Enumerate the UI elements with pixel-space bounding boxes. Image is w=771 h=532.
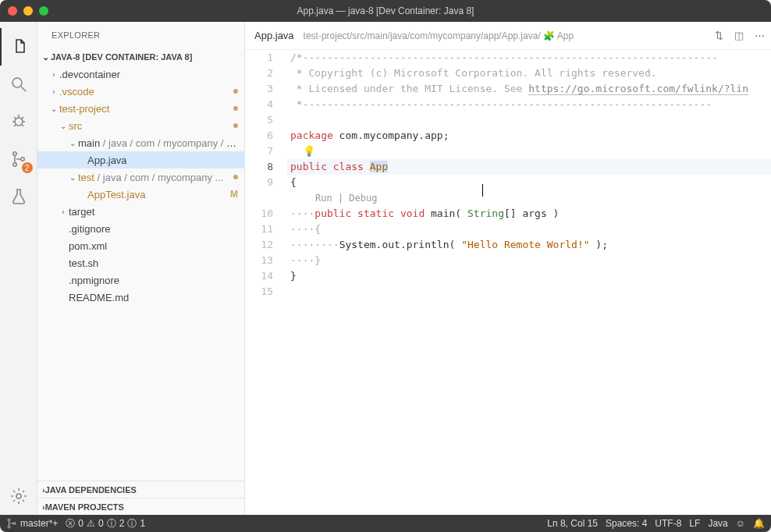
gear-icon <box>9 487 28 505</box>
lightbulb-icon[interactable]: 💡 <box>303 145 315 157</box>
svg-point-9 <box>13 523 16 525</box>
scm-badge: 2 <box>22 162 33 173</box>
modified-dot <box>233 123 238 128</box>
codelens-run-debug[interactable]: Run | Debug <box>287 190 771 206</box>
svg-point-3 <box>12 152 16 155</box>
code-content[interactable]: /*--------------------------------------… <box>287 50 771 515</box>
tree-folder[interactable]: ›.vscode <box>37 83 244 100</box>
scm-tab[interactable]: 2 <box>0 140 37 178</box>
tree-folder[interactable]: ⌄test-project <box>37 100 244 117</box>
beaker-icon <box>9 187 28 206</box>
maven-projects-panel[interactable]: ›MAVEN PROJECTS <box>37 498 244 515</box>
tree-file[interactable]: .gitignore <box>37 220 244 237</box>
problems-status[interactable]: ⓧ0 ⚠0 ⓘ2 ⓘ1 <box>66 517 145 530</box>
workspace-header[interactable]: ⌄ JAVA-8 [DEV CONTAINER: JAVA 8] <box>37 48 244 66</box>
svg-point-0 <box>12 78 22 87</box>
editor-area: App.java test-project/src/main/java/com/… <box>245 22 771 515</box>
cursor-position[interactable]: Ln 8, Col 15 <box>547 518 598 529</box>
svg-point-7 <box>8 519 10 521</box>
test-tab[interactable] <box>0 178 37 215</box>
hint-icon: ⓘ <box>127 517 137 530</box>
workspace-name: JAVA-8 [DEV CONTAINER: JAVA 8] <box>51 52 192 62</box>
editor-tabbar: App.java test-project/src/main/java/com/… <box>245 22 771 50</box>
sidebar-title: EXPLORER <box>37 22 244 48</box>
modified-dot <box>233 89 238 94</box>
close-window-button[interactable] <box>8 6 17 16</box>
branch-icon <box>6 518 17 529</box>
breadcrumb[interactable]: test-project/src/main/java/com/mycompany… <box>304 30 709 41</box>
minimize-window-button[interactable] <box>23 6 33 16</box>
more-actions-icon[interactable]: ⋯ <box>755 30 765 41</box>
explorer-sidebar: EXPLORER ⌄ JAVA-8 [DEV CONTAINER: JAVA 8… <box>37 22 245 515</box>
tree-folder[interactable]: ⌄main / java / com / mycompany / app <box>37 134 244 151</box>
maximize-window-button[interactable] <box>39 6 48 16</box>
modified-dot <box>233 106 238 111</box>
line-gutter: 1 2 3 4 5 6 7 8 9 10 11 12 13 14 15 <box>245 50 287 515</box>
settings-tab[interactable] <box>0 477 37 515</box>
editor-tab-app-java[interactable]: App.java <box>251 30 297 41</box>
file-tree: ›.devcontainer ›.vscode ⌄test-project ⌄s… <box>37 66 244 481</box>
tab-label: App.java <box>254 30 294 41</box>
svg-point-4 <box>12 163 16 166</box>
svg-point-5 <box>20 158 23 161</box>
eol-status[interactable]: LF <box>689 518 700 529</box>
modified-badge: M <box>230 189 238 200</box>
activity-bar: 2 <box>0 22 37 515</box>
svg-line-1 <box>21 87 26 91</box>
files-icon <box>10 37 29 56</box>
language-status[interactable]: Java <box>708 518 727 529</box>
notifications-icon[interactable]: 🔔 <box>753 518 765 529</box>
error-icon: ⓧ <box>66 517 75 530</box>
code-editor[interactable]: 1 2 3 4 5 6 7 8 9 10 11 12 13 14 15 /*--… <box>245 50 771 515</box>
split-editor-icon[interactable]: ◫ <box>734 30 744 41</box>
info-icon: ⓘ <box>107 517 116 530</box>
branch-status[interactable]: master*+ <box>6 518 58 529</box>
search-icon <box>9 75 28 94</box>
tree-file[interactable]: .npmignore <box>37 271 244 289</box>
title-bar: App.java — java-8 [Dev Container: Java 8… <box>0 0 771 22</box>
compare-changes-icon[interactable]: ⇅ <box>715 30 723 41</box>
search-tab[interactable] <box>0 66 37 103</box>
feedback-icon[interactable]: ☺ <box>736 518 745 529</box>
encoding-status[interactable]: UTF-8 <box>655 518 681 529</box>
bug-icon <box>9 112 28 131</box>
status-bar: master*+ ⓧ0 ⚠0 ⓘ2 ⓘ1 Ln 8, Col 15 Spaces… <box>0 515 771 532</box>
svg-point-8 <box>8 526 10 528</box>
tree-folder[interactable]: ⌄test / java / com / mycompany ... <box>37 168 244 186</box>
debug-tab[interactable] <box>0 103 37 140</box>
tree-file-apptest-java[interactable]: AppTest.javaM <box>37 186 244 203</box>
window-controls <box>8 6 48 16</box>
warning-icon: ⚠ <box>87 518 95 529</box>
chevron-down-icon: ⌄ <box>42 52 49 62</box>
java-dependencies-panel[interactable]: ›JAVA DEPENDENCIES <box>37 481 244 498</box>
window-title: App.java — java-8 [Dev Container: Java 8… <box>297 5 474 16</box>
tree-file[interactable]: README.md <box>37 289 244 306</box>
explorer-tab[interactable] <box>0 28 37 66</box>
tree-folder[interactable]: ›target <box>37 203 244 220</box>
tree-folder[interactable]: ›.devcontainer <box>37 66 244 83</box>
indentation-status[interactable]: Spaces: 4 <box>606 518 647 529</box>
tree-file[interactable]: pom.xml <box>37 237 244 254</box>
tree-file-app-java[interactable]: App.java <box>37 151 244 168</box>
modified-dot <box>233 175 238 179</box>
tree-folder[interactable]: ⌄src <box>37 117 244 134</box>
text-cursor <box>482 184 483 197</box>
svg-point-6 <box>16 494 21 498</box>
tree-file[interactable]: test.sh <box>37 254 244 271</box>
